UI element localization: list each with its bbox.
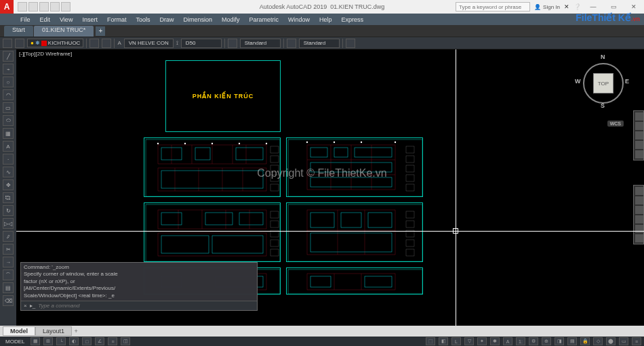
layer-combo[interactable]: ● ❄ KICHTHUOC [27, 39, 83, 47]
anno-monitor[interactable]: ⊕ [542, 337, 551, 345]
nav2-c-icon[interactable] [635, 206, 643, 214]
zoom-extents-icon[interactable] [635, 131, 643, 139]
nav2-d-icon[interactable] [635, 215, 643, 223]
circle-tool[interactable]: ○ [3, 77, 14, 87]
osnap-toggle[interactable]: □ [82, 337, 92, 345]
menu-parametric[interactable]: Parametric [245, 15, 283, 24]
qat-save-icon[interactable] [39, 2, 49, 12]
sel-cycle-toggle[interactable]: ⬚ [426, 337, 435, 345]
menu-draw[interactable]: Draw [155, 15, 178, 24]
command-window[interactable]: Command: '_zoom Specify corner of window… [20, 262, 258, 311]
menu-tools[interactable]: Tools [132, 15, 154, 24]
snap-toggle[interactable]: ⊞ [43, 337, 53, 345]
otrack-toggle[interactable]: ∠ [95, 337, 104, 345]
nav2-e-icon[interactable] [635, 225, 643, 233]
showmotion-icon[interactable] [635, 150, 643, 158]
table-style-combo[interactable]: Standard [240, 39, 281, 48]
close-cmd-icon[interactable]: × [24, 303, 27, 309]
lweight-toggle[interactable]: ≡ [108, 337, 117, 345]
new-layout-button[interactable]: + [72, 328, 80, 334]
viewcube-face[interactable]: TOP [593, 73, 613, 93]
spline-tool[interactable]: ∿ [3, 167, 14, 177]
pan-icon[interactable] [635, 122, 643, 130]
dim-style-combo[interactable]: D50 [181, 39, 222, 48]
compass-e[interactable]: E [625, 78, 629, 85]
compass-w[interactable]: W [575, 78, 581, 85]
menu-file[interactable]: File [16, 15, 35, 24]
mleader-icon[interactable] [287, 39, 296, 48]
menu-modify[interactable]: Modify [218, 15, 244, 24]
compass-n[interactable]: N [601, 53, 605, 60]
bylayer-icon[interactable] [102, 39, 111, 48]
isolate-obj[interactable]: ◇ [593, 337, 603, 345]
drawing-canvas[interactable]: [-][Top][2D Wireframe] N S E W TOP WCS P… [16, 49, 644, 326]
command-input[interactable] [38, 303, 254, 309]
qat-undo-icon[interactable] [50, 2, 60, 12]
units-toggle[interactable]: ◨ [555, 337, 564, 345]
menu-edit[interactable]: Edit [36, 15, 55, 24]
trim-tool[interactable]: ✂ [3, 244, 14, 255]
new-tab-button[interactable]: + [96, 26, 105, 36]
3dosnap-toggle[interactable]: ◧ [439, 337, 448, 345]
array-tool[interactable]: ▤ [3, 282, 14, 293]
nav2-a-icon[interactable] [635, 187, 643, 195]
help-icon[interactable]: ❔ [573, 3, 583, 10]
exchange-icon[interactable]: ✕ [564, 3, 573, 10]
clean-screen[interactable]: ▭ [619, 337, 628, 345]
nav2-f-icon[interactable] [635, 234, 643, 242]
close-button[interactable]: ✕ [624, 0, 644, 14]
point-tool[interactable]: · [3, 154, 14, 165]
customize[interactable]: ≡ [632, 337, 641, 345]
quick-props[interactable]: ▤ [567, 337, 577, 345]
text-tool[interactable]: A [3, 141, 14, 152]
menu-view[interactable]: View [56, 15, 77, 24]
layer-icon[interactable] [3, 39, 12, 48]
text-style-combo[interactable]: VN HELVE CON [124, 39, 174, 48]
menu-express[interactable]: Express [338, 15, 368, 24]
tab-drawing[interactable]: 01.KIEN TRUC* [34, 26, 94, 37]
line-tool[interactable]: ╱ [3, 51, 14, 62]
tab-model[interactable]: Model [3, 326, 35, 336]
menu-format[interactable]: Format [103, 15, 131, 24]
annoscale-combo[interactable]: 1: [516, 337, 525, 345]
transp-toggle[interactable]: ◫ [121, 337, 130, 345]
fillet-tool[interactable]: ⌒ [3, 269, 14, 280]
rotate-tool[interactable]: ↻ [3, 205, 14, 216]
grid-toggle[interactable]: ▦ [31, 337, 40, 345]
signin-button[interactable]: 👤Sign In [534, 4, 560, 10]
layer-states-icon[interactable] [15, 39, 24, 48]
tab-start[interactable]: Start [4, 26, 33, 37]
workspace-switch[interactable]: ⚙ [529, 337, 538, 345]
qat-open-icon[interactable] [28, 2, 38, 12]
status-model[interactable]: MODEL [3, 339, 27, 345]
offset-tool[interactable]: ⫽ [3, 231, 14, 242]
help-search-input[interactable] [456, 2, 530, 12]
sel-filter-toggle[interactable]: ▽ [464, 337, 474, 345]
gizmo-toggle[interactable]: ✦ [477, 337, 487, 345]
erase-tool[interactable]: ⌫ [3, 295, 14, 306]
viewport-label[interactable]: [-][Top][2D Wireframe] [19, 51, 72, 57]
copy-tool[interactable]: ⿻ [3, 192, 14, 203]
extend-tool[interactable]: → [3, 257, 14, 267]
menu-help[interactable]: Help [315, 15, 336, 24]
move-tool[interactable]: ✥ [3, 179, 14, 190]
dyn-ucs-toggle[interactable]: L [451, 337, 461, 345]
wcs-badge[interactable]: WCS [607, 121, 624, 127]
tab-layout1[interactable]: Layout1 [35, 326, 72, 336]
steering-wheel-icon[interactable] [635, 112, 643, 121]
match-icon[interactable] [89, 39, 99, 48]
table-icon[interactable] [228, 39, 237, 48]
arc-tool[interactable]: ◠ [3, 89, 14, 100]
polar-toggle[interactable]: ◐ [69, 337, 79, 345]
view-cube[interactable]: N S E W TOP [576, 56, 630, 117]
mleader-style-combo[interactable]: Standard [299, 39, 340, 48]
minimize-button[interactable]: — [583, 0, 603, 14]
maximize-button[interactable]: ▭ [603, 0, 624, 14]
compass-s[interactable]: S [601, 102, 605, 109]
menu-dimension[interactable]: Dimension [179, 15, 216, 24]
qat-new-icon[interactable] [18, 2, 27, 12]
polyline-tool[interactable]: ⌁ [3, 64, 14, 74]
rectangle-tool[interactable]: ▭ [3, 102, 14, 113]
autoscale-toggle[interactable]: A [503, 337, 512, 345]
command-line[interactable]: × ▸_ [21, 301, 257, 310]
